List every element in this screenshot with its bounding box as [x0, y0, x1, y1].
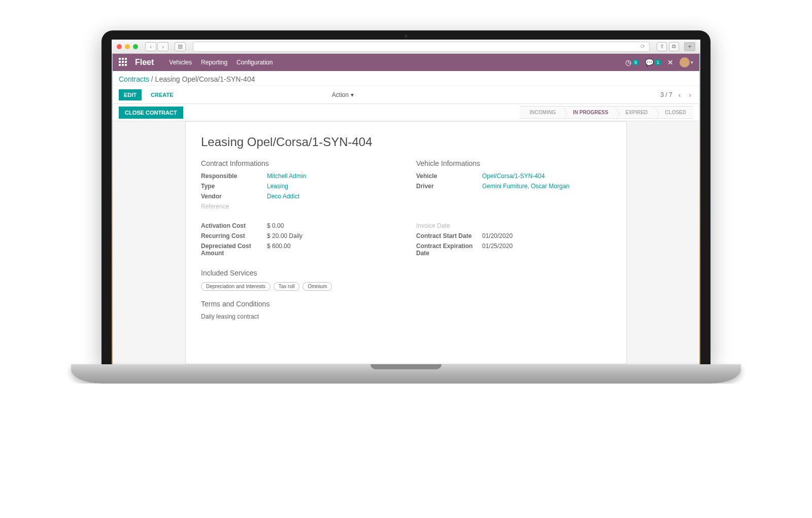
contract-info-section: Contract Informations Responsible Mitche…: [201, 159, 396, 213]
sidebar-toggle-icon[interactable]: ▥: [175, 42, 186, 51]
depreciated-cost-label: Depreciated Cost Amount: [201, 243, 267, 257]
vendor-value[interactable]: Deco Addict: [267, 193, 299, 200]
tag-omnium[interactable]: Omnium: [302, 282, 332, 291]
menu-vehicles[interactable]: Vehicles: [169, 59, 192, 66]
stage-expired[interactable]: EXPIRED: [615, 106, 655, 119]
trackpad-notch: [370, 364, 442, 369]
tag-depreciation[interactable]: Depreciation and Interests: [201, 282, 270, 291]
tag-tax-roll[interactable]: Tax roll: [274, 282, 300, 291]
activity-indicator[interactable]: ◷ 9: [625, 58, 639, 66]
app-window: Fleet Vehicles Reporting Configuration ◷…: [113, 54, 699, 364]
user-menu[interactable]: ▾: [680, 57, 693, 67]
browser-nav: ‹ ›: [145, 42, 168, 51]
start-date-label: Contract Start Date: [416, 232, 482, 239]
clock-icon: ◷: [625, 58, 631, 66]
screen-bezel: ‹ › ▥ ⟳ ⇪ ⧉ +: [101, 30, 710, 364]
screen: ‹ › ▥ ⟳ ⇪ ⧉ +: [112, 40, 700, 364]
close-window-icon[interactable]: [117, 44, 122, 49]
driver-label: Driver: [416, 183, 482, 190]
chevron-down-icon: ▾: [691, 60, 693, 65]
breadcrumb-current: Leasing Opel/Corsa/1-SYN-404: [155, 75, 255, 83]
record-title: Leasing Opel/Corsa/1-SYN-404: [201, 135, 611, 149]
stage-closed[interactable]: CLOSED: [655, 106, 693, 119]
form-scroll[interactable]: Leasing Opel/Corsa/1-SYN-404 Contract In…: [113, 121, 699, 364]
terms-text: Daily leasing contract: [201, 313, 611, 320]
vehicle-label: Vehicle: [416, 172, 482, 180]
activation-cost-value: $ 0.00: [267, 222, 284, 229]
chevron-down-icon: ▾: [351, 91, 354, 98]
pager-text: 3 / 7: [660, 91, 672, 98]
responsible-value[interactable]: Mitchell Admin: [267, 172, 306, 180]
type-value[interactable]: Leasing: [267, 183, 288, 190]
dates-section: Invoice Date Contract Start Date 01/20/2…: [416, 222, 611, 260]
pager: 3 / 7 ‹ ›: [660, 90, 693, 100]
status-stages: INCOMING IN PROGRESS EXPIRED CLOSED: [520, 106, 693, 119]
menu-configuration[interactable]: Configuration: [236, 59, 273, 66]
form-sheet: Leasing Opel/Corsa/1-SYN-404 Contract In…: [185, 121, 627, 364]
back-button[interactable]: ‹: [145, 42, 156, 51]
top-nav: Fleet Vehicles Reporting Configuration ◷…: [113, 54, 699, 71]
action-label: Action: [332, 91, 349, 98]
action-dropdown[interactable]: Action ▾: [332, 91, 354, 98]
pager-next[interactable]: ›: [687, 90, 693, 100]
refresh-icon[interactable]: ⟳: [640, 43, 645, 50]
vehicle-value[interactable]: Opel/Corsa/1-SYN-404: [482, 172, 545, 180]
laptop-base: [71, 364, 741, 384]
forward-button[interactable]: ›: [157, 42, 168, 51]
breadcrumb-sep: /: [151, 75, 153, 83]
invoice-date-label: Invoice Date: [416, 222, 482, 229]
minimize-window-icon[interactable]: [125, 44, 130, 49]
edit-button[interactable]: EDIT: [119, 89, 142, 100]
activation-cost-label: Activation Cost: [201, 222, 267, 229]
services-tags: Depreciation and Interests Tax roll Omni…: [201, 282, 611, 291]
share-icon[interactable]: ⇪: [657, 42, 667, 51]
close-contract-button[interactable]: CLOSE CONTRACT: [119, 107, 183, 119]
messages-indicator[interactable]: 💬 1: [645, 58, 661, 66]
chat-icon: 💬: [645, 58, 654, 66]
depreciated-cost-value: $ 600.00: [267, 243, 291, 257]
breadcrumb: Contracts / Leasing Opel/Corsa/1-SYN-404: [113, 71, 699, 86]
stage-in-progress[interactable]: IN PROGRESS: [563, 106, 615, 119]
pager-prev[interactable]: ‹: [676, 90, 683, 100]
avatar: [680, 57, 690, 67]
start-date-value: 01/20/2020: [482, 232, 513, 239]
stage-incoming[interactable]: INCOMING: [520, 106, 563, 119]
expiration-date-label: Contract Expiration Date: [416, 243, 482, 257]
responsible-label: Responsible: [201, 172, 267, 180]
breadcrumb-parent[interactable]: Contracts: [119, 75, 149, 83]
browser-chrome: ‹ › ▥ ⟳ ⇪ ⧉ +: [112, 40, 700, 54]
url-bar[interactable]: ⟳: [193, 42, 650, 52]
included-services-title: Included Services: [201, 269, 611, 277]
create-button[interactable]: CREATE: [146, 89, 178, 100]
maximize-window-icon[interactable]: [133, 44, 138, 49]
desktop-wallpaper: Fleet Vehicles Reporting Configuration ◷…: [112, 54, 700, 364]
control-bar: EDIT CREATE Action ▾ 3 / 7 ‹ ›: [113, 86, 699, 104]
laptop-mockup: ‹ › ▥ ⟳ ⇪ ⧉ +: [101, 30, 710, 384]
contract-info-title: Contract Informations: [201, 159, 396, 167]
menu-reporting[interactable]: Reporting: [201, 59, 227, 66]
activity-count: 9: [632, 59, 639, 65]
apps-menu-icon[interactable]: [119, 58, 128, 67]
terms-title: Terms and Conditions: [201, 300, 611, 308]
tabs-icon[interactable]: ⧉: [669, 42, 679, 51]
vehicle-info-section: Vehicle Informations Vehicle Opel/Corsa/…: [416, 159, 611, 213]
vendor-label: Vendor: [201, 193, 267, 200]
recurring-cost-label: Recurring Cost: [201, 232, 267, 239]
app-name[interactable]: Fleet: [135, 58, 154, 67]
camera: [404, 34, 408, 38]
driver-value[interactable]: Gemini Furniture, Oscar Morgan: [482, 183, 569, 190]
close-icon[interactable]: ✕: [667, 58, 673, 66]
type-label: Type: [201, 183, 267, 190]
recurring-cost-value: $ 20.00 Daily: [267, 232, 302, 239]
status-bar: CLOSE CONTRACT INCOMING IN PROGRESS EXPI…: [113, 104, 699, 121]
reference-label: Reference: [201, 203, 267, 210]
topnav-menu: Vehicles Reporting Configuration: [169, 59, 273, 66]
vehicle-info-title: Vehicle Informations: [416, 159, 611, 167]
expiration-date-value: 01/25/2020: [482, 243, 513, 257]
new-tab-button[interactable]: +: [684, 42, 695, 51]
window-controls: [117, 44, 138, 49]
costs-section: Activation Cost $ 0.00 Recurring Cost $ …: [201, 222, 396, 260]
message-count: 1: [655, 59, 661, 65]
